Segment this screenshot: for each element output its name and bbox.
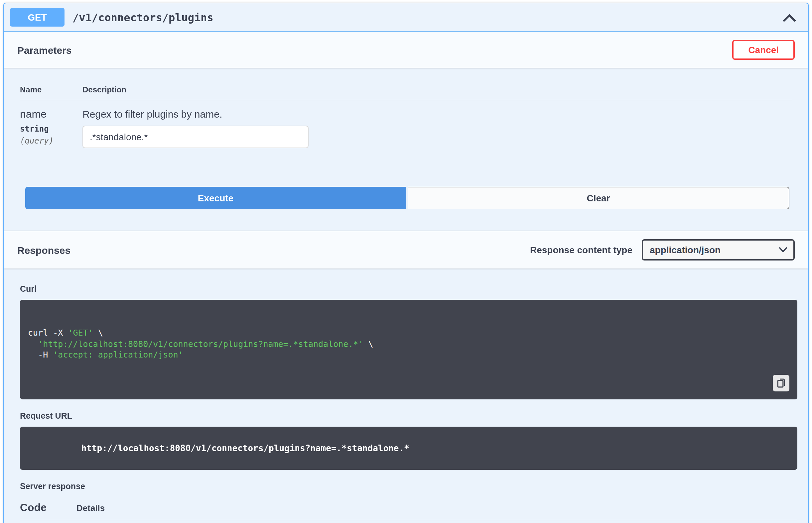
code-line: curl -X 'GET' \ [28,328,789,339]
code-line: -H 'accept: application/json' [28,349,789,361]
param-type: string [20,124,83,133]
clipboard-icon [777,378,785,388]
parameter-description-cell: Regex to filter plugins by name. [83,108,792,148]
content-type-label: Response content type [530,245,632,255]
parameters-table-header: Name Description [20,85,792,100]
parameters-title: Parameters [17,44,71,55]
parameters-header: Parameters Cancel [4,32,808,68]
parameters-table: Name Description name string (query) Reg… [4,68,808,148]
cancel-button[interactable]: Cancel [732,40,795,60]
copy-button[interactable] [773,375,789,392]
content-type-group: Response content type application/json [530,239,795,260]
opblock-summary[interactable]: GET /v1/connectors/plugins [4,3,808,32]
http-method-badge: GET [10,8,65,26]
responses-content: Curl curl -X 'GET' \ 'http://localhost:8… [4,269,808,523]
clear-button[interactable]: Clear [407,187,789,209]
swagger-ui-page: GET /v1/connectors/plugins Parameters Ca… [0,0,812,523]
opblock-get: GET /v1/connectors/plugins Parameters Ca… [3,3,809,523]
param-name: name [20,108,83,120]
col-header-details: Details [76,503,105,513]
page: GET /v1/connectors/plugins Parameters Ca… [0,0,812,523]
endpoint-path: /v1/connectors/plugins [72,11,213,23]
col-header-code: Code [20,502,76,514]
param-value-input[interactable] [83,126,308,148]
response-content-type-select[interactable]: application/json [642,239,795,260]
execute-button[interactable]: Execute [25,187,406,209]
request-url-label: Request URL [20,411,797,421]
chevron-down-icon [779,247,788,253]
col-header-name: Name [20,85,83,94]
code-line: 'http://localhost:8080/v1/connectors/plu… [28,339,789,349]
parameter-row: name string (query) Regex to filter plug… [20,100,792,148]
request-url: http://localhost:8080/v1/connectors/plug… [20,427,797,470]
server-response-label: Server response [20,482,797,491]
curl-label: Curl [20,285,797,294]
parameter-name-cell: name string (query) [20,108,83,148]
col-header-description: Description [83,85,792,94]
param-in: (query) [20,136,83,146]
param-description: Regex to filter plugins by name. [83,108,792,120]
responses-title: Responses [17,244,70,255]
responses-header: Responses Response content type applicat… [4,231,808,269]
curl-command: curl -X 'GET' \ 'http://localhost:8080/v… [20,300,797,399]
chevron-up-icon [783,13,796,22]
request-url-value: http://localhost:8080/v1/connectors/plug… [82,443,409,453]
collapse-button[interactable] [780,10,799,24]
execute-row: Execute Clear [25,187,789,209]
curl-code: curl -X 'GET' \ 'http://localhost:8080/v… [28,328,789,361]
selected-content-type: application/json [650,245,721,255]
server-response-table-header: Code Details [20,502,797,520]
